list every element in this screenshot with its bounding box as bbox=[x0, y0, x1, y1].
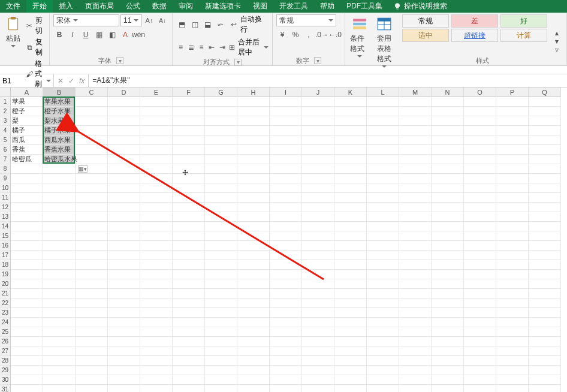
cell[interactable] bbox=[43, 356, 76, 366]
cell[interactable] bbox=[464, 164, 496, 174]
cell[interactable] bbox=[432, 356, 464, 366]
cell[interactable] bbox=[237, 260, 270, 270]
cell[interactable] bbox=[334, 212, 367, 222]
cell[interactable] bbox=[464, 385, 496, 392]
tab-custom[interactable]: 新建选项卡 bbox=[199, 0, 247, 13]
cell[interactable] bbox=[367, 289, 399, 298]
cell[interactable] bbox=[11, 270, 43, 279]
cell[interactable] bbox=[205, 116, 237, 126]
cell[interactable] bbox=[76, 337, 108, 346]
cell[interactable] bbox=[432, 107, 464, 116]
cell[interactable] bbox=[496, 126, 529, 135]
cell[interactable] bbox=[108, 260, 140, 270]
column-header[interactable]: J bbox=[302, 88, 334, 97]
cell[interactable] bbox=[399, 116, 432, 126]
cell[interactable] bbox=[529, 193, 561, 203]
cell[interactable] bbox=[367, 164, 399, 174]
cell[interactable] bbox=[140, 298, 173, 308]
cell[interactable] bbox=[270, 164, 302, 174]
cell[interactable] bbox=[76, 97, 108, 107]
cell[interactable] bbox=[496, 97, 529, 107]
cell[interactable] bbox=[237, 164, 270, 174]
enter-formula-button[interactable]: ✓ bbox=[68, 77, 74, 85]
cell[interactable] bbox=[76, 116, 108, 126]
cell[interactable] bbox=[108, 385, 140, 392]
cell[interactable] bbox=[464, 337, 496, 346]
cell[interactable] bbox=[367, 116, 399, 126]
style-good[interactable]: 好 bbox=[500, 14, 547, 28]
row-header[interactable]: 15 bbox=[0, 231, 11, 241]
cell[interactable] bbox=[140, 222, 173, 231]
cell[interactable] bbox=[496, 289, 529, 298]
cell[interactable]: 苹果 bbox=[11, 97, 43, 107]
cell[interactable] bbox=[11, 366, 43, 375]
cell[interactable] bbox=[302, 97, 334, 107]
cell[interactable] bbox=[432, 183, 464, 193]
cell[interactable]: 哈密瓜水果 bbox=[43, 155, 76, 164]
cell[interactable] bbox=[140, 260, 173, 270]
cell[interactable] bbox=[270, 385, 302, 392]
cell[interactable] bbox=[399, 260, 432, 270]
cell[interactable] bbox=[464, 318, 496, 327]
name-box[interactable]: B1 bbox=[0, 74, 54, 87]
cell[interactable] bbox=[11, 289, 43, 298]
cell[interactable] bbox=[367, 222, 399, 231]
cell[interactable] bbox=[432, 251, 464, 260]
copy-button[interactable]: ⧉ 复制 bbox=[25, 37, 46, 58]
cell[interactable] bbox=[108, 116, 140, 126]
cell[interactable] bbox=[76, 298, 108, 308]
cell[interactable] bbox=[496, 107, 529, 116]
cell[interactable] bbox=[496, 260, 529, 270]
cell[interactable] bbox=[173, 366, 205, 375]
cell[interactable] bbox=[334, 356, 367, 366]
cell[interactable] bbox=[367, 318, 399, 327]
row-header[interactable]: 1 bbox=[0, 97, 11, 107]
cell[interactable] bbox=[334, 318, 367, 327]
row-header[interactable]: 21 bbox=[0, 289, 11, 298]
tab-developer[interactable]: 开发工具 bbox=[273, 0, 314, 13]
increase-indent-button[interactable]: ⇥ bbox=[218, 41, 227, 53]
font-dialog-launcher[interactable]: ▾ bbox=[116, 57, 123, 64]
cell[interactable] bbox=[464, 270, 496, 279]
cell[interactable]: 香蕉 bbox=[11, 145, 43, 155]
cell[interactable] bbox=[140, 270, 173, 279]
tab-pdf-tools[interactable]: PDF工具集 bbox=[340, 0, 388, 13]
cell[interactable] bbox=[399, 222, 432, 231]
cell[interactable] bbox=[529, 183, 561, 193]
cell[interactable] bbox=[173, 135, 205, 145]
cell[interactable] bbox=[76, 279, 108, 289]
cell[interactable] bbox=[367, 174, 399, 183]
cell[interactable] bbox=[367, 308, 399, 318]
cell[interactable] bbox=[496, 164, 529, 174]
cell[interactable] bbox=[529, 107, 561, 116]
cell[interactable] bbox=[43, 318, 76, 327]
style-hyperlink[interactable]: 超链接 bbox=[451, 29, 498, 42]
cell[interactable] bbox=[302, 289, 334, 298]
cell[interactable] bbox=[496, 251, 529, 260]
cell[interactable] bbox=[173, 126, 205, 135]
cell[interactable] bbox=[367, 107, 399, 116]
cell[interactable] bbox=[302, 212, 334, 222]
cell[interactable] bbox=[237, 145, 270, 155]
cell[interactable] bbox=[205, 97, 237, 107]
cell[interactable] bbox=[108, 356, 140, 366]
cell[interactable] bbox=[43, 337, 76, 346]
cell[interactable] bbox=[205, 135, 237, 145]
cell[interactable] bbox=[302, 366, 334, 375]
tab-formulas[interactable]: 公式 bbox=[120, 0, 146, 13]
format-as-table-button[interactable]: 套用 表格格式 bbox=[373, 14, 396, 69]
cell[interactable] bbox=[11, 318, 43, 327]
align-right-button[interactable]: ≡ bbox=[197, 41, 206, 53]
cell[interactable] bbox=[205, 337, 237, 346]
insert-function-button[interactable]: fx bbox=[79, 77, 85, 85]
cell[interactable] bbox=[140, 308, 173, 318]
increase-decimal-button[interactable]: .0→ bbox=[316, 29, 328, 41]
cell[interactable] bbox=[11, 327, 43, 337]
cell[interactable] bbox=[302, 241, 334, 251]
cell[interactable] bbox=[173, 203, 205, 212]
cell[interactable] bbox=[108, 203, 140, 212]
cell[interactable] bbox=[237, 135, 270, 145]
cell[interactable] bbox=[205, 279, 237, 289]
cell[interactable] bbox=[529, 222, 561, 231]
cell[interactable] bbox=[529, 356, 561, 366]
